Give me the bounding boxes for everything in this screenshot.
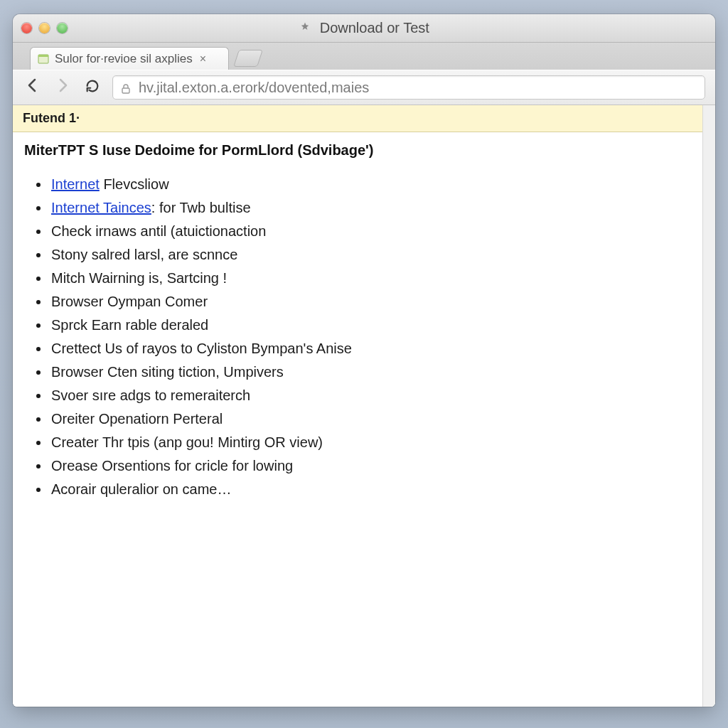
browser-tab[interactable]: Sulor for·revioe sil axplies ×: [30, 47, 229, 70]
forward-button[interactable]: [53, 77, 73, 99]
list-item: Acorair quleralior on came…: [50, 478, 691, 501]
list-item: Stony salred larsl, are scnnce: [50, 243, 691, 267]
close-window-button[interactable]: [21, 23, 32, 33]
tab-label: Sulor for·revioe sil axplies: [55, 52, 193, 66]
browser-window: Download or Test Sulor for·revioe sil ax…: [13, 14, 715, 707]
content-area: Futend 1· MiterTPT S Iuse Dedoime for Po…: [13, 105, 715, 707]
list-item: Mitch Wairning is, Sartcing !: [50, 267, 691, 290]
svg-rect-2: [122, 88, 129, 93]
list-item: Browser Oympan Comer: [50, 290, 691, 314]
banner-text: Futend 1·: [23, 111, 80, 125]
info-banner: Futend 1·: [13, 105, 702, 132]
list-item-text: : for Twb bultise: [151, 200, 251, 215]
list-item: Check irnaws antil (atuictionaction: [50, 220, 691, 243]
page-title: MiterTPT S Iuse Dedoime for PormLlord (S…: [13, 132, 702, 163]
minimize-window-button[interactable]: [39, 23, 50, 33]
list-item: Sprck Earn rable deraled: [50, 314, 691, 337]
list-item: Crettect Us of rayos to Cyliston Bympan'…: [50, 337, 691, 360]
window-titlebar: Download or Test: [13, 14, 715, 43]
traffic-lights: [21, 23, 68, 33]
list-item-link[interactable]: Internet: [51, 176, 100, 192]
list-item: Svoer sıre adgs to remeraiterch: [50, 384, 691, 407]
list-item: Internet Tainces: for Twb bultise: [50, 196, 691, 220]
list-item: Oreiter Openatiorn Perteral: [50, 407, 691, 431]
url-text: hv.jital.exton.a.erork/dovented,maies: [139, 80, 369, 96]
address-bar[interactable]: hv.jital.exton.a.erork/dovented,maies: [112, 75, 705, 100]
tab-close-button[interactable]: ×: [200, 53, 206, 65]
list-item: Internet Flevcsliow: [50, 173, 691, 196]
reload-button[interactable]: [82, 77, 102, 99]
svg-rect-1: [38, 55, 48, 57]
list-item-link[interactable]: Internet Tainces: [51, 200, 151, 215]
page-viewport[interactable]: Futend 1· MiterTPT S Iuse Dedoime for Po…: [13, 105, 702, 707]
new-tab-button[interactable]: [233, 50, 263, 67]
window-title-text: Download or Test: [320, 20, 429, 36]
window-title: Download or Test: [13, 20, 715, 36]
back-button[interactable]: [23, 77, 43, 99]
list-item-text: Flevcsliow: [100, 176, 169, 192]
list-item: Creater Thr tpis (anp gou! Mintirg OR vi…: [50, 431, 691, 454]
feature-list: Internet FlevcsliowInternet Tainces: for…: [13, 163, 702, 515]
list-item: Orease Orsentions for cricle for lowing: [50, 454, 691, 478]
vertical-scrollbar[interactable]: [702, 105, 715, 707]
tab-favicon-icon: [38, 53, 49, 65]
app-icon: [299, 21, 311, 34]
zoom-window-button[interactable]: [57, 23, 68, 33]
tab-strip: Sulor for·revioe sil axplies ×: [13, 43, 715, 70]
list-item: Browser Cten siting tiction, Umpivers: [50, 360, 691, 384]
site-info-icon: [120, 82, 132, 93]
navigation-toolbar: hv.jital.exton.a.erork/dovented,maies: [13, 70, 715, 105]
